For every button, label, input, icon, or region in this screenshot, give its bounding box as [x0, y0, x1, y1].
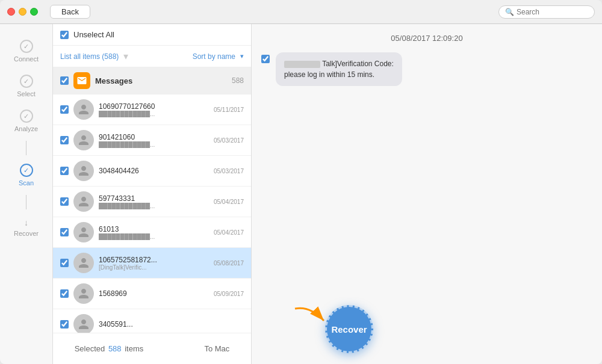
message-info: 3048404426: [99, 167, 210, 175]
message-name: 1568969: [99, 289, 210, 298]
message-checkbox[interactable]: [60, 167, 69, 175]
analyze-icon: ✓: [20, 110, 33, 123]
search-bar[interactable]: 🔍: [498, 5, 595, 19]
person-icon: [78, 134, 90, 146]
person-icon: [78, 288, 90, 300]
selected-prefix: Selected: [75, 344, 105, 353]
avatar: [73, 314, 94, 333]
message-preview: ████████████...: [99, 111, 210, 117]
category-row: Messages 588: [53, 67, 251, 94]
message-checkbox[interactable]: [60, 259, 69, 267]
connect-icon: ✓: [20, 40, 33, 53]
message-checkbox[interactable]: [60, 105, 69, 114]
message-checkbox[interactable]: [60, 197, 69, 206]
middle-header: Unselect All: [53, 24, 251, 46]
sender-blur: [284, 61, 320, 68]
to-label: To Mac: [204, 344, 229, 353]
unselect-all-label: Unselect All: [73, 30, 114, 39]
message-date: 05/11/2017: [214, 106, 244, 113]
list-item[interactable]: 304840442605/03/2017: [53, 156, 251, 187]
avatar: [73, 191, 94, 212]
unselect-all-checkbox[interactable]: [60, 31, 69, 39]
sidebar-item-select[interactable]: ✓ Select: [0, 69, 52, 103]
category-name: Messages: [95, 76, 132, 85]
message-name: 901421060: [99, 133, 210, 141]
message-name: 1065752581872...: [99, 256, 210, 264]
sidebar-label-recover: Recover: [14, 230, 39, 237]
bubble-checkbox[interactable]: [261, 55, 270, 63]
list-controls: List all items (588) ▾ Sort by name ▾: [53, 46, 251, 67]
category-checkbox[interactable]: [60, 76, 69, 85]
scan-icon: ✓: [20, 164, 33, 177]
down-arrow-icon: ↓: [24, 218, 28, 227]
maximize-button[interactable]: [30, 8, 38, 16]
sidebar-item-recover[interactable]: ↓ Recover: [0, 212, 52, 243]
message-checkbox[interactable]: [60, 136, 69, 144]
list-item[interactable]: 1065752581872...[DingTalk]Verific...05/0…: [53, 248, 251, 279]
main-layout: ✓ Connect ✓ Select ✓ Analyze ✓ Scan ↓ Re…: [0, 24, 602, 364]
list-item[interactable]: 10690770127660████████████...05/11/2017: [53, 94, 251, 125]
message-bubble: Talk]Verification Code: please log in wi…: [276, 52, 402, 86]
select-icon: ✓: [20, 75, 33, 88]
message-date: 05/08/2017: [214, 260, 244, 267]
divider-top: [26, 141, 26, 155]
bubble-area: Talk]Verification Code: please log in wi…: [261, 52, 592, 86]
list-item[interactable]: 61013████████████...05/04/2017: [53, 217, 251, 248]
message-date: 05/03/2017: [214, 168, 244, 174]
minimize-button[interactable]: [19, 8, 26, 16]
list-item[interactable]: 156896905/09/2017: [53, 279, 251, 309]
list-item[interactable]: 901421060████████████...05/03/2017: [53, 125, 251, 156]
list-item[interactable]: 3405591...: [53, 309, 251, 333]
selected-suffix: items: [125, 344, 143, 353]
message-info: 3405591...: [99, 320, 240, 329]
bottom-bar: Selected 588 items To Mac: [53, 333, 251, 364]
divider-bottom: [26, 195, 26, 209]
person-icon: [78, 165, 90, 177]
message-name: 3048404426: [99, 167, 210, 175]
message-name: 61013: [99, 225, 210, 233]
person-icon: [78, 318, 90, 330]
sidebar-item-analyze[interactable]: ✓ Analyze: [0, 103, 52, 138]
sort-button[interactable]: Sort by name: [193, 52, 235, 61]
sidebar-label-select: Select: [17, 90, 36, 97]
message-date: 05/09/2017: [214, 291, 244, 297]
message-info: 61013████████████...: [99, 225, 210, 240]
list-item[interactable]: 597743331████████████...05/04/2017: [53, 187, 251, 217]
recover-button[interactable]: Recover: [325, 305, 373, 353]
person-icon: [78, 103, 90, 116]
avatar: [73, 283, 94, 304]
avatar: [73, 130, 94, 150]
sidebar-item-connect[interactable]: ✓ Connect: [0, 34, 52, 69]
avatar: [73, 222, 94, 242]
selected-count: 588: [108, 344, 122, 353]
person-icon: [78, 196, 90, 208]
traffic-lights: [7, 8, 38, 16]
message-name: 10690770127660: [99, 102, 210, 111]
message-name: 597743331: [99, 194, 210, 203]
close-button[interactable]: [7, 8, 15, 16]
message-preview: ████████████...: [99, 141, 210, 148]
person-icon: [78, 257, 90, 269]
message-checkbox[interactable]: [60, 289, 69, 298]
message-date: 05/04/2017: [214, 199, 244, 205]
messages-category-icon: [73, 72, 90, 89]
message-list: 10690770127660████████████...05/11/20179…: [53, 94, 251, 333]
sidebar-label-analyze: Analyze: [14, 125, 38, 132]
message-info: 1065752581872...[DingTalk]Verific...: [99, 256, 210, 271]
avatar: [73, 99, 94, 120]
list-all-button[interactable]: List all items (588): [60, 52, 119, 61]
sidebar-label-connect: Connect: [14, 55, 39, 63]
sidebar-label-scan: Scan: [19, 179, 34, 187]
bubble-text-prefix: Talk]Verification Code:: [322, 60, 394, 68]
envelope-icon: [76, 75, 87, 86]
middle-panel: Unselect All List all items (588) ▾ Sort…: [53, 24, 252, 364]
avatar: [73, 253, 94, 273]
search-input[interactable]: [517, 8, 595, 16]
sidebar-item-scan[interactable]: ✓ Scan: [0, 158, 52, 193]
avatar: [73, 161, 94, 181]
message-info: 597743331████████████...: [99, 194, 210, 209]
back-button[interactable]: Back: [50, 5, 90, 19]
message-date: 05/03/2017: [214, 137, 244, 144]
message-checkbox[interactable]: [60, 320, 69, 329]
message-checkbox[interactable]: [60, 228, 69, 236]
